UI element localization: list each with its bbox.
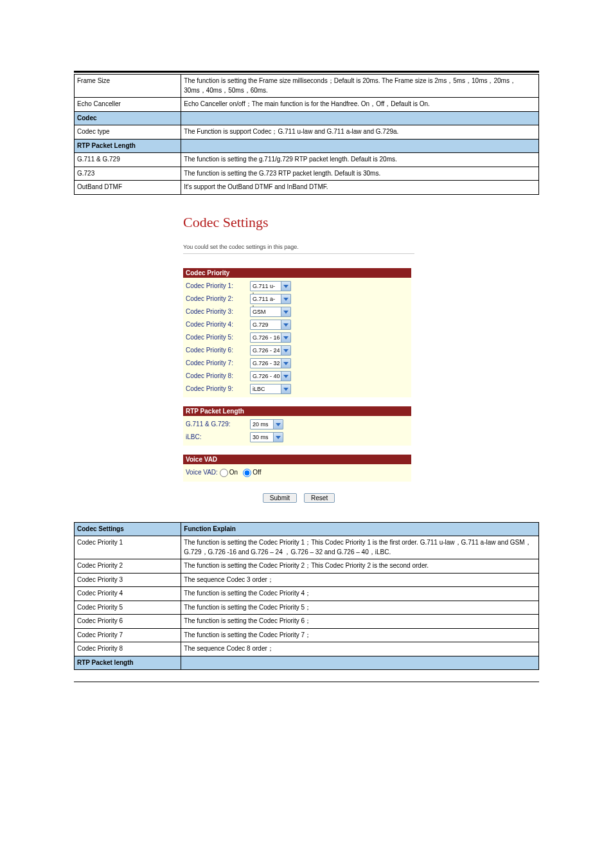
codec-priority-5-select[interactable]: G.726 - 16 (250, 332, 291, 343)
voice-vad-on-radio[interactable] (220, 469, 228, 477)
codec-priority-1-select[interactable]: G.711 u-law (250, 281, 291, 291)
embedded-screenshot: Codec Settings You could set the codec s… (183, 214, 414, 503)
reset-button[interactable]: Reset (304, 493, 335, 503)
codec-priority-9-select[interactable]: iLBC (250, 384, 291, 394)
table-lower: Codec SettingsFunction Explain Codec Pri… (74, 522, 539, 671)
codec-priority-2-select[interactable]: G.711 a-law (250, 294, 291, 304)
section-rtp: RTP Packet Length (183, 406, 411, 416)
cell-k: Frame Size (75, 75, 181, 98)
cell-v: The function is setting the Frame size m… (181, 75, 539, 98)
table-upper: Frame SizeThe function is setting the Fr… (74, 74, 539, 195)
rtp-ilbc-select[interactable]: 30 ms (250, 432, 283, 442)
page-title: Codec Settings (183, 214, 414, 231)
priority-row: Codec Priority 1:G.711 u-law (186, 280, 411, 293)
rtp-g711-g729-select[interactable]: 20 ms (250, 419, 283, 429)
codec-priority-6-select[interactable]: G.726 - 24 (250, 345, 291, 356)
page-subtitle: You could set the codec settings in this… (183, 244, 414, 250)
codec-priority-7-select[interactable]: G.726 - 32 (250, 358, 291, 368)
voice-vad-off-radio[interactable] (243, 469, 251, 477)
section-voice-vad: Voice VAD (183, 455, 411, 464)
submit-button[interactable]: Submit (263, 493, 297, 503)
codec-priority-3-select[interactable]: GSM (250, 307, 291, 317)
codec-priority-4-select[interactable]: G.729 (250, 320, 291, 330)
section-codec-priority: Codec Priority (183, 268, 411, 278)
codec-priority-8-select[interactable]: G.726 - 40 (250, 371, 291, 381)
